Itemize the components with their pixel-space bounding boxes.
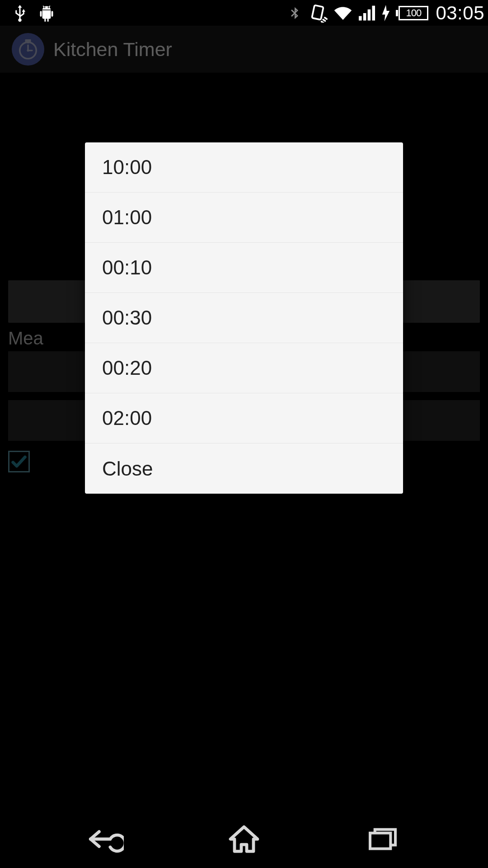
app-title: Kitchen Timer [53,38,172,61]
navigation-bar [0,810,488,868]
android-debug-icon [38,3,55,23]
usb-icon [12,3,28,23]
svg-rect-4 [372,5,375,20]
preset-option-2[interactable]: 00:10 [85,243,403,293]
action-bar: Kitchen Timer [0,26,488,73]
nav-home-button[interactable] [208,819,280,859]
svg-rect-7 [27,42,29,43]
svg-rect-9 [370,833,390,849]
checkbox [8,451,30,472]
svg-point-8 [27,49,29,52]
signal-icon [358,5,376,21]
svg-rect-1 [359,16,362,20]
battery-icon: 100 [396,6,428,20]
nav-recent-button[interactable] [347,819,419,859]
nav-back-button[interactable] [69,819,141,859]
status-clock: 03:05 [436,2,484,24]
app-icon [12,33,44,66]
charging-icon [381,5,390,21]
preset-option-1[interactable]: 01:00 [85,193,403,243]
wifi-icon [333,5,352,21]
vibrate-icon [307,4,328,23]
preset-dialog: 10:00 01:00 00:10 00:30 00:20 02:00 Clos… [85,142,403,494]
svg-rect-0 [312,5,324,19]
bluetooth-icon [287,4,302,23]
preset-option-5[interactable]: 02:00 [85,393,403,443]
preset-option-0[interactable]: 10:00 [85,142,403,193]
status-bar: 100 03:05 [0,0,488,26]
preset-option-3[interactable]: 00:30 [85,293,403,343]
svg-rect-3 [368,9,371,20]
close-button[interactable]: Close [85,443,403,494]
preset-option-4[interactable]: 00:20 [85,343,403,393]
svg-rect-2 [363,13,366,20]
